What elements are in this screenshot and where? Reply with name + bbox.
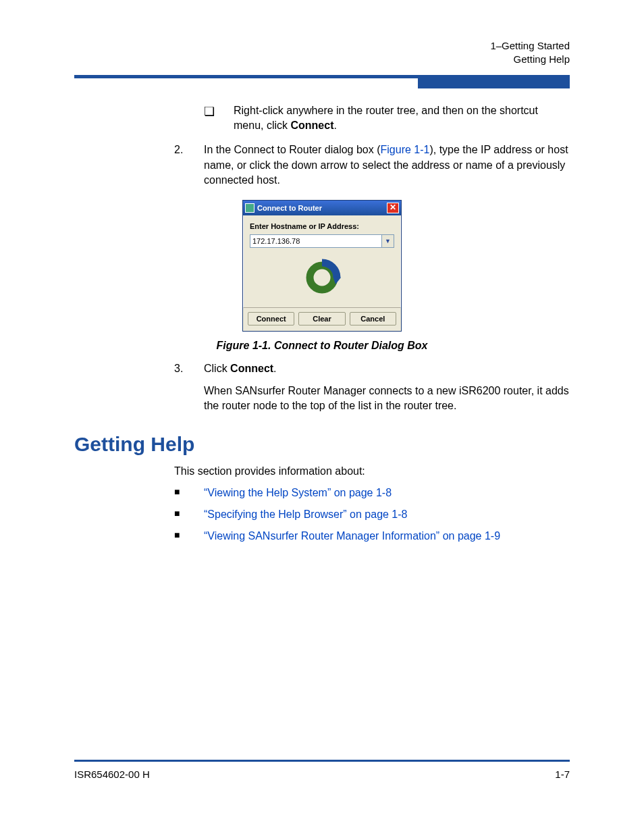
spinner-icon bbox=[250, 259, 394, 296]
section-heading-getting-help: Getting Help bbox=[74, 433, 570, 456]
header-section: Getting Help bbox=[74, 53, 570, 66]
clear-button[interactable]: Clear bbox=[298, 312, 345, 325]
figure-caption: Figure 1-1. Connect to Router Dialog Box bbox=[74, 340, 570, 352]
square-bullet-icon: ■ bbox=[174, 507, 204, 522]
toc-item: ■ “Viewing SANsurfer Router Manager Info… bbox=[174, 529, 570, 544]
header-chapter: 1–Getting Started bbox=[74, 39, 570, 53]
app-icon bbox=[245, 203, 254, 213]
page-footer: ISR654602-00 H 1-7 bbox=[74, 760, 570, 780]
figure-link[interactable]: Figure 1-1 bbox=[381, 144, 430, 155]
step-2: 2. In the Connect to Router dialog box (… bbox=[174, 142, 570, 188]
step-3-text: Click Connect. bbox=[204, 361, 570, 376]
doc-id: ISR654602-00 H bbox=[74, 768, 150, 780]
step-3: 3. Click Connect. bbox=[174, 361, 570, 376]
svg-point-2 bbox=[317, 272, 327, 283]
toc-item: ■ “Viewing the Help System” on page 1-8 bbox=[174, 486, 570, 500]
dialog-titlebar: Connect to Router ✕ bbox=[243, 201, 401, 215]
step-number: 2. bbox=[174, 142, 204, 188]
page-number: 1-7 bbox=[555, 768, 570, 780]
step-number: 3. bbox=[174, 361, 204, 376]
step-2-text: In the Connect to Router dialog box (Fig… bbox=[204, 142, 570, 188]
toc-link[interactable]: “Viewing SANsurfer Router Manager Inform… bbox=[204, 529, 500, 544]
step-3-paragraph: When SANsurfer Router Manager connects t… bbox=[204, 384, 570, 414]
cancel-button[interactable]: Cancel bbox=[350, 312, 396, 325]
close-icon[interactable]: ✕ bbox=[387, 203, 399, 213]
square-bullet-icon: ■ bbox=[174, 529, 204, 544]
header-rule bbox=[74, 75, 570, 88]
connect-to-router-dialog: Connect to Router ✕ Enter Hostname or IP… bbox=[242, 200, 402, 332]
ip-input[interactable] bbox=[250, 234, 382, 248]
figure-1-1: Connect to Router ✕ Enter Hostname or IP… bbox=[74, 200, 570, 332]
toc-link[interactable]: “Viewing the Help System” on page 1-8 bbox=[204, 486, 392, 500]
checkbox-bullet-icon: ❏ bbox=[204, 103, 234, 134]
dialog-title: Connect to Router bbox=[257, 204, 322, 212]
toc-item: ■ “Specifying the Help Browser” on page … bbox=[174, 507, 570, 522]
sub-step-connect: ❏ Right-click anywhere in the router tre… bbox=[204, 103, 570, 134]
ip-field-label: Enter Hostname or IP Address: bbox=[250, 222, 394, 230]
ip-combobox[interactable]: ▼ bbox=[250, 234, 394, 248]
sub-step-text: Right-click anywhere in the router tree,… bbox=[234, 103, 570, 134]
dropdown-arrow-icon[interactable]: ▼ bbox=[382, 234, 394, 248]
square-bullet-icon: ■ bbox=[174, 486, 204, 500]
connect-button[interactable]: Connect bbox=[248, 312, 294, 325]
toc-link[interactable]: “Specifying the Help Browser” on page 1-… bbox=[204, 507, 408, 522]
section-intro: This section provides information about: bbox=[174, 465, 570, 477]
footer-rule bbox=[74, 760, 570, 762]
page-header: 1–Getting Started Getting Help bbox=[74, 39, 570, 67]
